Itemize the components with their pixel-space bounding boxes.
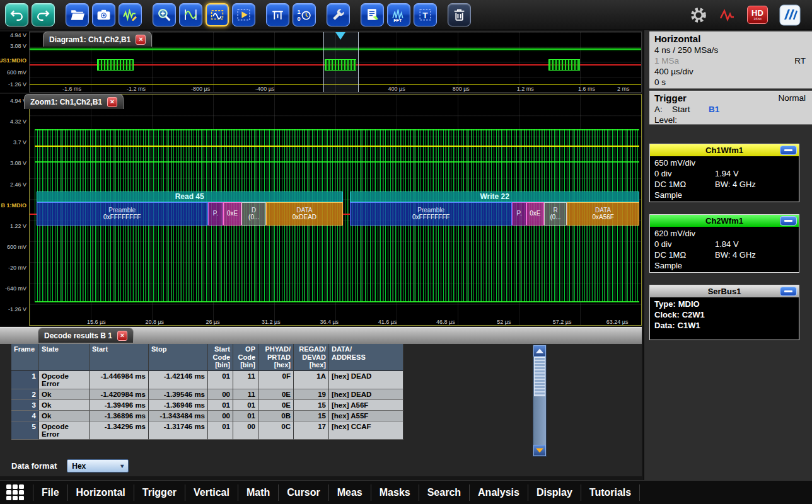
scrollbar-thumb[interactable] — [534, 357, 545, 396]
trigger-position-marker[interactable] — [335, 32, 345, 40]
table-cell: 0B — [258, 411, 294, 421]
ch2-vdiv: 620 mV/div — [654, 228, 695, 239]
minimize-button[interactable] — [780, 146, 797, 155]
timer-button[interactable]: 10 — [293, 3, 316, 26]
rs-logo[interactable] — [779, 4, 801, 26]
zoom1-panel[interactable]: 4.94 V4.32 V3.7 V3.08 V2.46 VB 1:MDIO1.2… — [0, 94, 642, 326]
diagram1-panel[interactable]: 4.94 V3.08 VBUS1:MDIO600 mV-1.26 V -1.6 … — [0, 32, 642, 93]
ch1-header[interactable]: Ch1Wfm1 — [650, 144, 799, 156]
column-header[interactable]: Start — [90, 344, 149, 371]
menu-meas[interactable]: Meas — [328, 484, 371, 501]
menu-math[interactable]: Math — [238, 484, 278, 501]
ch1-coupling: DC 1MΩ — [654, 179, 715, 190]
column-header[interactable]: OP Code [bin] — [233, 344, 258, 371]
open-file-button[interactable] — [66, 3, 89, 26]
annotation-button[interactable]: T — [414, 3, 437, 26]
column-header[interactable]: PHYAD/ PRTAD [hex] — [258, 344, 294, 371]
ch2-high-rail — [35, 129, 639, 130]
acq-mode: RT — [794, 55, 806, 66]
menu-tutorials[interactable]: Tutorials — [581, 484, 640, 501]
main-area: 4.94 V3.08 VBUS1:MDIO600 mV-1.26 V -1.6 … — [0, 30, 643, 480]
serbus-panel[interactable]: SerBus1 Type:MDIO Clock:C2W1 Data:C1W1 — [649, 285, 799, 340]
undo-button[interactable] — [5, 3, 28, 26]
column-header[interactable]: Stop — [149, 344, 208, 371]
axis-label: 3.08 V — [10, 43, 26, 49]
menubar-items: FileHorizontalTriggerVerticalMathCursorM… — [33, 481, 640, 504]
scope-display-button[interactable] — [179, 3, 202, 26]
persistence-button[interactable] — [206, 3, 229, 26]
close-icon[interactable]: × — [136, 35, 146, 45]
trigger-level-label: Level: — [654, 115, 677, 125]
table-row[interactable]: 2Ok-1.420984 ms-1.39546 ms00110E19[hex] … — [11, 389, 416, 400]
scroll-up-button[interactable] — [533, 345, 546, 357]
decode-table-wrap: FrameStateStartStopStart Code [bin]OP Co… — [11, 344, 416, 459]
table-cell: 11 — [233, 389, 258, 400]
trigger-settings-panel[interactable]: Trigger Normal A: Start B1 Level: — [649, 91, 812, 125]
delete-button[interactable] — [448, 3, 471, 26]
menu-vertical[interactable]: Vertical — [185, 484, 238, 501]
acquisition-status-icon[interactable] — [719, 8, 736, 22]
scroll-down-button[interactable] — [533, 445, 546, 456]
decode-results-tab[interactable]: Decode results B 1 × — [38, 328, 134, 343]
close-icon[interactable]: × — [117, 331, 127, 341]
axis-label: 3.7 V — [13, 139, 26, 146]
ch2-waveform-panel[interactable]: Ch2Wfm1 620 mV/div 0 div1.84 V DC 1MΩBW:… — [649, 214, 799, 273]
menu-masks[interactable]: Masks — [371, 484, 419, 501]
column-header[interactable]: REGAD/ DEVAD [hex] — [294, 344, 329, 371]
data-format-select[interactable]: Hex ▾ — [67, 459, 129, 472]
table-cell: 0C — [258, 421, 294, 440]
menu-file[interactable]: File — [33, 484, 67, 501]
menu-trigger[interactable]: Trigger — [134, 484, 185, 501]
column-header[interactable]: DATA/ ADDRESS — [329, 344, 403, 371]
hd-mode-icon[interactable]: HD16bit — [747, 6, 768, 24]
bus-frame[interactable]: Read 45Preamble0xFFFFFFFFP.0xED(0...DATA… — [37, 192, 343, 226]
menu-display[interactable]: Display — [528, 484, 581, 501]
zoom1-plot[interactable]: Read 45Preamble0xFFFFFFFFP.0xED(0...DATA… — [29, 94, 642, 326]
ch2-bandwidth: BW: 4 GHz — [715, 249, 756, 260]
bus-segment-preamble: Preamble0xFFFFFFFF — [350, 202, 512, 226]
minimize-button[interactable] — [780, 216, 797, 226]
minimize-icon — [784, 290, 792, 292]
close-icon[interactable]: × — [107, 97, 117, 107]
bus-segments: Preamble0xFFFFFFFFP.0xED(0...DATA0xDEAD — [37, 202, 343, 226]
table-row[interactable]: 1Opcode Error-1.446984 ms-1.42146 ms0111… — [11, 371, 416, 389]
menu-cursor[interactable]: Cursor — [278, 484, 328, 501]
tools-button[interactable] — [327, 3, 350, 26]
data-format-label: Data format — [11, 461, 57, 471]
bus-frame[interactable]: Write 22Preamble0xFFFFFFFFP.0xER(0...DAT… — [350, 192, 639, 226]
screenshot-button[interactable] — [92, 3, 115, 26]
table-cell: -1.39546 ms — [149, 389, 208, 400]
settings-gear-button[interactable] — [689, 6, 708, 25]
apps-menu-button[interactable] — [6, 484, 25, 501]
menu-horizontal[interactable]: Horizontal — [67, 484, 134, 501]
table-cell: 5 — [11, 421, 39, 440]
table-cell: Ok — [39, 389, 90, 400]
report-button[interactable] — [361, 3, 384, 26]
table-scrollbar[interactable] — [533, 345, 547, 457]
ch2-header[interactable]: Ch2Wfm1 — [650, 215, 799, 227]
table-row[interactable]: 4Ok-1.36896 ms-1.343484 ms00010B15[hex] … — [11, 411, 416, 421]
fft-button[interactable]: FFT — [387, 3, 410, 26]
ch2-offset: 0 div — [654, 239, 715, 249]
redo-button[interactable] — [32, 3, 55, 26]
zoom1-tab[interactable]: Zoom1: Ch1,Ch2,B1 × — [24, 94, 124, 109]
horizontal-settings-panel[interactable]: Horizontal 4 ns / 250 MSa/s 1 MSa RT 400… — [649, 32, 812, 89]
svg-text:0: 0 — [298, 16, 301, 22]
column-header[interactable]: Frame — [11, 344, 39, 371]
minimize-button[interactable] — [780, 287, 797, 296]
column-header[interactable]: Start Code [bin] — [208, 344, 233, 371]
table-row[interactable]: 3Ok-1.39496 ms-1.36946 ms01010E15[hex] A… — [11, 400, 416, 411]
replay-button[interactable] — [232, 3, 255, 26]
zoom-button[interactable] — [153, 3, 176, 26]
table-row[interactable]: 5Opcode Error-1.34296 ms-1.31746 ms01000… — [11, 421, 416, 440]
ch1-acq-mode: Sample — [654, 190, 682, 200]
menu-search[interactable]: Search — [419, 484, 469, 501]
diagram1-tab[interactable]: Diagram1: Ch1,Ch2,B1 × — [43, 32, 152, 47]
ch1-waveform-panel[interactable]: Ch1Wfm1 650 mV/div 0 div1.94 V DC 1MΩBW:… — [649, 144, 799, 202]
gating-cursor-button[interactable] — [266, 3, 289, 26]
serbus-clock-label: Clock: — [654, 309, 680, 320]
column-header[interactable]: State — [39, 344, 90, 371]
serbus-header[interactable]: SerBus1 — [650, 285, 799, 297]
signal-edit-button[interactable] — [119, 3, 142, 26]
menu-analysis[interactable]: Analysis — [469, 484, 528, 501]
